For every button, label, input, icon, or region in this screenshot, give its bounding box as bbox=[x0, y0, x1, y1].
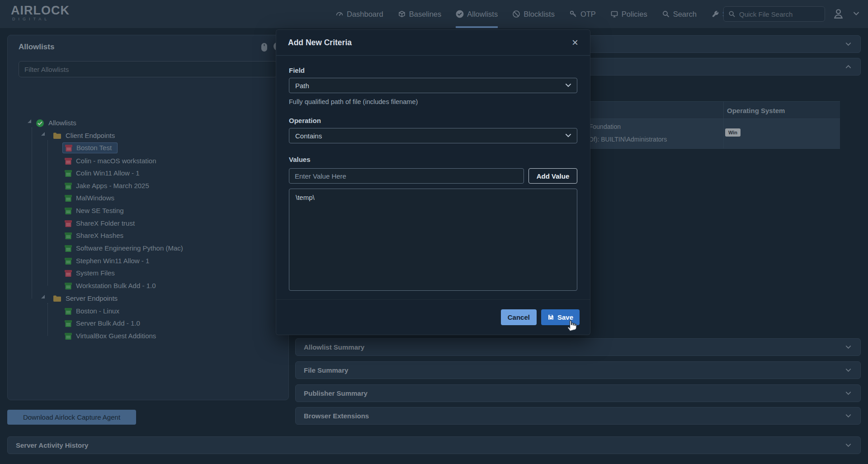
chevron-down-icon bbox=[566, 134, 571, 137]
field-select-value: Path bbox=[295, 82, 309, 90]
value-item[interactable]: \temp\ bbox=[296, 194, 315, 201]
values-list-box[interactable]: \temp\ bbox=[289, 189, 577, 291]
values-label: Values bbox=[289, 156, 577, 163]
save-label: Save bbox=[557, 313, 573, 321]
value-entry-row: Add Value bbox=[289, 168, 577, 184]
cancel-button[interactable]: Cancel bbox=[501, 309, 537, 325]
add-value-button[interactable]: Add Value bbox=[528, 168, 577, 184]
modal-title: Add New Criteria bbox=[288, 38, 352, 47]
operation-select[interactable]: Contains bbox=[289, 128, 577, 143]
field-help-text: Fully qualified path of file (includes f… bbox=[289, 98, 577, 105]
chevron-down-icon bbox=[566, 84, 571, 87]
modal-footer: Cancel Save bbox=[276, 299, 590, 325]
operation-select-value: Contains bbox=[295, 132, 322, 140]
value-input[interactable] bbox=[289, 168, 524, 184]
save-floppy-icon bbox=[547, 314, 554, 321]
close-icon[interactable]: × bbox=[572, 38, 578, 47]
add-new-criteria-modal: Add New Criteria × Field Path Fully qual… bbox=[276, 29, 590, 335]
field-label: Field bbox=[289, 66, 577, 74]
modal-body: Field Path Fully qualified path of file … bbox=[276, 56, 590, 299]
operation-label: Operation bbox=[289, 117, 577, 124]
save-button[interactable]: Save bbox=[541, 309, 580, 325]
modal-header: Add New Criteria × bbox=[276, 30, 590, 56]
field-select[interactable]: Path bbox=[289, 78, 577, 93]
